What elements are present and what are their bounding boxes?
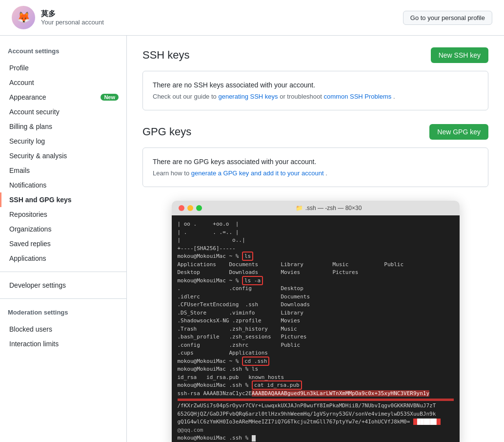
sidebar-item-emails[interactable]: Emails [0, 163, 126, 178]
user-info: 🦊 莫多 Your personal account [12, 6, 104, 29]
avatar: 🦊 [12, 6, 35, 29]
sidebar-item-saved-replies[interactable]: Saved replies [0, 236, 126, 251]
sidebar-label-account: Account [9, 79, 34, 86]
sidebar-label-security-log: Security log [9, 137, 45, 145]
top-bar: 🦊 莫多 Your personal account Go to your pe… [0, 0, 504, 36]
sidebar-item-repositories[interactable]: Repositories [0, 207, 126, 222]
sidebar-label-account-security: Account security [9, 108, 60, 116]
gpg-info-box: There are no GPG keys associated with yo… [142, 147, 488, 187]
terminal-minimize-button[interactable] [187, 205, 193, 211]
sidebar-label-profile: Profile [9, 64, 29, 72]
ssh-troubleshoot-link[interactable]: common SSH Problems [324, 93, 392, 100]
sidebar-label-notifications: Notifications [9, 181, 46, 189]
terminal-body[interactable]: | oo . +oo.o | | . . .=.. | | o..| +----… [172, 215, 460, 442]
gpg-learn-links: Learn how to generate a GPG key and add … [153, 169, 478, 177]
ssh-info-box: There are no SSH keys associated with yo… [142, 71, 488, 110]
ssh-title: SSH keys [142, 49, 190, 62]
sidebar-item-developer-settings[interactable]: Developer settings [0, 278, 126, 293]
terminal-title-text: .ssh — -zsh — 80×30 [305, 205, 362, 211]
sidebar-item-interaction-limits[interactable]: Interaction limits [0, 337, 126, 351]
sidebar-divider-2 [0, 298, 126, 299]
sidebar-label-saved-replies: Saved replies [9, 240, 51, 248]
sidebar-label-security-analysis: Security & analysis [9, 152, 67, 160]
sidebar-item-organizations[interactable]: Organizations [0, 222, 126, 236]
sidebar-label-ssh-gpg: SSH and GPG keys [9, 196, 72, 204]
ssh-guide-links: Check out our guide to generating SSH ke… [153, 93, 478, 100]
ssh-guide-mid: or troubleshoot [280, 93, 322, 100]
sidebar-label-repositories: Repositories [9, 210, 47, 218]
gpg-section-header: GPG keys New GPG key [142, 124, 488, 140]
sidebar-item-security-log[interactable]: Security log [0, 134, 126, 148]
ssh-guide-suffix: . [393, 93, 395, 100]
sidebar-item-account-security[interactable]: Account security [0, 105, 126, 119]
sidebar-item-notifications[interactable]: Notifications [0, 178, 126, 192]
ssh-guide-link[interactable]: generating SSH keys [218, 93, 278, 100]
sidebar-item-blocked-users[interactable]: Blocked users [0, 322, 126, 337]
new-badge: New [101, 94, 119, 101]
user-subtitle: Your personal account [41, 19, 104, 26]
sidebar-label-applications: Applications [9, 254, 46, 262]
sidebar-label-organizations: Organizations [9, 225, 51, 233]
new-gpg-key-button[interactable]: New GPG key [429, 124, 488, 140]
terminal-content: | oo . +oo.o | | . . .=.. | | o..| +----… [178, 220, 454, 398]
sidebar-label-interaction-limits: Interaction limits [9, 340, 59, 348]
sidebar-item-billing[interactable]: Billing & plans [0, 119, 126, 134]
account-settings-label: Account settings [0, 43, 126, 59]
sidebar-item-applications[interactable]: Applications [0, 251, 126, 266]
go-to-profile-button[interactable]: Go to your personal profile [403, 11, 492, 25]
ssh-no-keys-text: There are no SSH keys associated with yo… [153, 81, 478, 89]
folder-icon: 📁 [296, 205, 303, 211]
sidebar-label-blocked-users: Blocked users [9, 325, 52, 333]
red-highlight-bar-1 [178, 399, 454, 401]
ssh-guide-prefix: Check out our guide to [153, 93, 217, 100]
terminal-window: 📁 .ssh — -zsh — 80×30 | oo . +oo.o | | .… [172, 201, 460, 442]
sidebar-divider-1 [0, 272, 126, 272]
sidebar-item-appearance[interactable]: Appearance New [0, 90, 126, 105]
gpg-title: GPG keys [142, 126, 191, 138]
terminal-titlebar: 📁 .ssh — -zsh — 80×30 [172, 201, 460, 215]
username: 莫多 [41, 9, 104, 19]
moderation-settings-label: Moderation settings [0, 305, 126, 320]
gpg-learn-prefix: Learn how to [153, 169, 189, 177]
sidebar-label-billing: Billing & plans [9, 123, 52, 130]
sidebar-label-developer-settings: Developer settings [9, 281, 66, 289]
terminal-close-button[interactable] [179, 205, 184, 211]
sidebar-label-emails: Emails [9, 167, 30, 174]
sidebar: Account settings Profile Account Appeara… [0, 36, 127, 442]
user-details: 莫多 Your personal account [41, 9, 104, 26]
terminal-content-2: /fKXrZwUSi7s04pSrOyvr7CVr+LuwqxkUXJAJnP8… [178, 402, 454, 442]
terminal-title: 📁 .ssh — -zsh — 80×30 [205, 205, 453, 211]
gpg-learn-suffix: . [325, 169, 327, 177]
terminal-maximize-button[interactable] [196, 205, 202, 211]
sidebar-item-security-analysis[interactable]: Security & analysis [0, 148, 126, 163]
sidebar-label-appearance: Appearance [9, 93, 46, 101]
ssh-section-header: SSH keys New SSH key [142, 47, 488, 63]
main-layout: Account settings Profile Account Appeara… [0, 36, 504, 442]
gpg-no-keys-text: There are no GPG keys associated with yo… [153, 158, 478, 166]
sidebar-item-account[interactable]: Account [0, 75, 126, 90]
new-ssh-key-button[interactable]: New SSH key [431, 47, 488, 63]
sidebar-item-profile[interactable]: Profile [0, 61, 126, 75]
sidebar-item-ssh-gpg[interactable]: SSH and GPG keys [0, 192, 126, 207]
gpg-learn-link[interactable]: generate a GPG key and add it to your ac… [191, 169, 324, 177]
main-content: SSH keys New SSH key There are no SSH ke… [127, 36, 504, 442]
